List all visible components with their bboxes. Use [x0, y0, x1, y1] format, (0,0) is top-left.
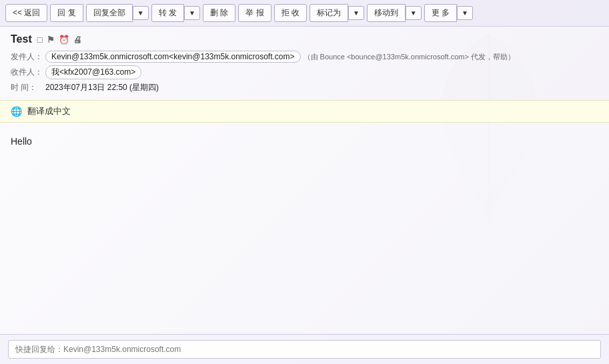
flag-icon[interactable]: ⚑ [47, 35, 55, 45]
move-group: 移动到 ▼ [367, 4, 422, 22]
subject-icons: □ ⚑ ⏰ 🖨 [37, 35, 82, 45]
from-label: 发件人： [11, 51, 43, 63]
quick-reply-input[interactable] [8, 340, 601, 359]
move-dropdown[interactable]: ▼ [406, 6, 422, 20]
translate-icon: 🌐 [11, 106, 22, 117]
reject-button[interactable]: 拒 收 [274, 4, 307, 22]
mark-dropdown[interactable]: ▼ [348, 6, 364, 20]
toolbar: << 返回 回 复 回复全部 ▼ 转 发 ▼ 删 除 举 报 拒 收 标记为 ▼… [0, 0, 609, 27]
more-dropdown[interactable]: ▼ [457, 6, 473, 20]
email-body-text: Hello [11, 136, 32, 147]
more-button[interactable]: 更 多 [424, 4, 457, 22]
bookmark-icon[interactable]: □ [37, 35, 43, 45]
email-body: Hello [0, 123, 609, 334]
print-icon[interactable]: 🖨 [73, 35, 82, 45]
report-button[interactable]: 举 报 [238, 4, 271, 22]
from-extra: （由 Bounce <bounce@133m5k.onmicrosoft.com… [303, 52, 515, 62]
subject-text: Test [11, 33, 32, 45]
from-row: 发件人： Kevin@133m5k.onmicrosoft.com<kevin@… [11, 51, 598, 63]
quick-reply-bar [0, 334, 609, 364]
time-row: 时 间： 2023年07月13日 22:50 (星期四) [11, 82, 598, 93]
reply-all-dropdown[interactable]: ▼ [133, 6, 149, 20]
to-label: 收件人： [11, 67, 43, 78]
reply-all-button[interactable]: 回复全部 [86, 4, 133, 22]
time-label: 时 间： [11, 82, 43, 93]
email-header: Test □ ⚑ ⏰ 🖨 发件人： Kevin@133m5k.onmicroso… [0, 27, 609, 100]
forward-dropdown[interactable]: ▼ [184, 6, 200, 20]
email-subject: Test □ ⚑ ⏰ 🖨 [11, 33, 598, 45]
main-container: << 返回 回 复 回复全部 ▼ 转 发 ▼ 删 除 举 报 拒 收 标记为 ▼… [0, 0, 609, 364]
from-address[interactable]: Kevin@133m5k.onmicrosoft.com<kevin@133m5… [45, 51, 301, 63]
mark-button[interactable]: 标记为 [310, 4, 348, 22]
delete-button[interactable]: 删 除 [203, 4, 235, 22]
back-button[interactable]: << 返回 [5, 4, 47, 22]
clock-icon[interactable]: ⏰ [59, 35, 69, 45]
to-row: 收件人： 我<kfx2007@163.com> [11, 65, 598, 79]
forward-button[interactable]: 转 发 [151, 4, 184, 22]
time-value: 2023年07月13日 22:50 (星期四) [45, 82, 159, 93]
more-group: 更 多 ▼ [424, 4, 473, 22]
reply-group: 回 复 [50, 4, 83, 22]
reply-button[interactable]: 回 复 [50, 4, 83, 22]
mark-group: 标记为 ▼ [310, 4, 364, 22]
forward-group: 转 发 ▼ [151, 4, 200, 22]
reply-all-group: 回复全部 ▼ [86, 4, 149, 22]
to-address[interactable]: 我<kfx2007@163.com> [45, 65, 141, 79]
translate-bar[interactable]: 🌐 翻译成中文 [0, 100, 609, 123]
translate-label: 翻译成中文 [27, 105, 71, 117]
move-button[interactable]: 移动到 [367, 4, 406, 22]
